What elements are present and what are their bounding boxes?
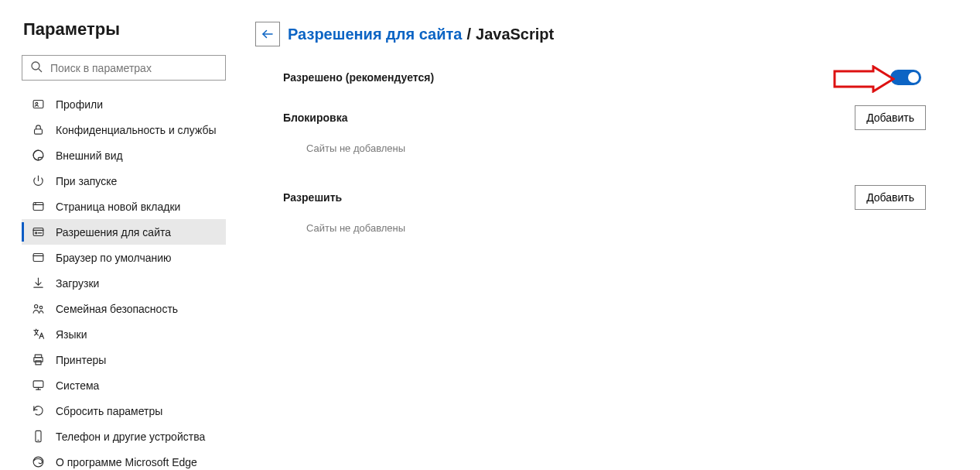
allow-empty-hint: Сайты не добавлены: [255, 222, 957, 234]
svg-point-16: [34, 305, 37, 308]
sidebar-item-label: Языки: [56, 328, 87, 341]
svg-point-0: [32, 62, 39, 70]
sidebar-item-5[interactable]: Разрешения для сайта: [22, 219, 226, 245]
sidebar-item-10[interactable]: Принтеры: [22, 347, 226, 372]
svg-rect-13: [33, 254, 43, 262]
download-icon: [31, 276, 45, 290]
block-add-button[interactable]: Добавить: [855, 105, 926, 130]
lock-icon: [31, 123, 45, 137]
svg-rect-22: [33, 381, 43, 388]
edge-icon: [31, 455, 45, 469]
sidebar-item-1[interactable]: Конфиденциальность и службы: [22, 117, 226, 142]
allow-title: Разрешить: [283, 191, 342, 204]
svg-rect-2: [33, 101, 43, 108]
svg-rect-4: [34, 129, 42, 134]
sidebar-item-9[interactable]: Языки: [22, 321, 226, 347]
appearance-icon: [31, 149, 45, 163]
back-button[interactable]: [255, 22, 280, 46]
allowed-label: Разрешено (рекомендуется): [283, 71, 434, 84]
block-section-header: Блокировка Добавить: [255, 105, 957, 130]
block-title: Блокировка: [283, 111, 347, 124]
sidebar-item-14[interactable]: О программе Microsoft Edge: [22, 449, 226, 470]
sidebar-item-13[interactable]: Телефон и другие устройства: [22, 424, 226, 449]
printer-icon: [31, 353, 45, 367]
sidebar-item-label: О программе Microsoft Edge: [56, 456, 197, 468]
language-icon: [31, 328, 45, 341]
sidebar-item-label: Страница новой вкладки: [56, 201, 180, 213]
svg-rect-6: [33, 203, 43, 211]
profile-card-icon: [31, 98, 45, 111]
newtab-icon: [31, 200, 45, 214]
sidebar-item-4[interactable]: Страница новой вкладки: [22, 194, 226, 219]
search-icon: [30, 60, 43, 75]
sidebar-item-label: При запуске: [56, 175, 117, 187]
power-icon: [31, 174, 45, 188]
sidebar-item-label: Конфиденциальность и службы: [56, 124, 217, 136]
sidebar-item-2[interactable]: Внешний вид: [22, 142, 226, 168]
breadcrumb-current: JavaScript: [476, 26, 554, 43]
sidebar-item-label: Внешний вид: [56, 149, 123, 162]
sidebar-item-0[interactable]: Профили: [22, 91, 226, 117]
system-icon: [31, 379, 45, 393]
sidebar-item-label: Загрузки: [56, 277, 99, 290]
sidebar-item-label: Сбросить параметры: [56, 405, 162, 417]
breadcrumb-sep: /: [466, 26, 471, 43]
allow-section-header: Разрешить Добавить: [255, 185, 957, 210]
search-input-wrap[interactable]: [22, 55, 226, 81]
reset-icon: [31, 404, 45, 418]
family-icon: [31, 302, 45, 316]
sidebar-item-7[interactable]: Загрузки: [22, 270, 226, 296]
sidebar-item-6[interactable]: Браузер по умолчанию: [22, 245, 226, 270]
svg-rect-9: [33, 228, 43, 236]
block-empty-hint: Сайты не добавлены: [255, 142, 957, 154]
main-content: Разрешения для сайта / JavaScript Разреш…: [232, 0, 980, 470]
svg-point-3: [35, 102, 37, 105]
search-input[interactable]: [50, 62, 217, 74]
sidebar-item-label: Принтеры: [56, 354, 106, 366]
breadcrumb-parent-link[interactable]: Разрешения для сайта: [288, 26, 462, 43]
allow-add-button[interactable]: Добавить: [855, 185, 926, 210]
svg-point-11: [35, 232, 36, 234]
sidebar-item-label: Профили: [56, 98, 103, 111]
svg-rect-21: [35, 361, 40, 365]
phone-icon: [31, 430, 45, 444]
sidebar-item-label: Разрешения для сайта: [56, 226, 171, 238]
sidebar-nav: ПрофилиКонфиденциальность и службыВнешни…: [22, 91, 226, 470]
sidebar-item-12[interactable]: Сбросить параметры: [22, 398, 226, 424]
settings-sidebar: Параметры ПрофилиКонфиденциальность и сл…: [0, 0, 232, 470]
svg-line-1: [39, 69, 42, 72]
sidebar-item-3[interactable]: При запуске: [22, 168, 226, 194]
sidebar-item-label: Система: [56, 379, 99, 392]
browser-icon: [31, 251, 45, 265]
sidebar-item-11[interactable]: Система: [22, 372, 226, 398]
sidebar-title: Параметры: [22, 19, 226, 39]
annotation-arrow-icon: [833, 65, 895, 93]
sidebar-item-label: Семейная безопасность: [56, 303, 178, 315]
allowed-toggle[interactable]: [890, 70, 921, 85]
sidebar-item-8[interactable]: Семейная безопасность: [22, 296, 226, 321]
sidebar-item-label: Телефон и другие устройства: [56, 431, 205, 443]
permissions-icon: [31, 225, 45, 239]
breadcrumb: Разрешения для сайта / JavaScript: [255, 22, 957, 46]
sidebar-item-label: Браузер по умолчанию: [56, 252, 172, 264]
svg-point-17: [39, 306, 43, 309]
